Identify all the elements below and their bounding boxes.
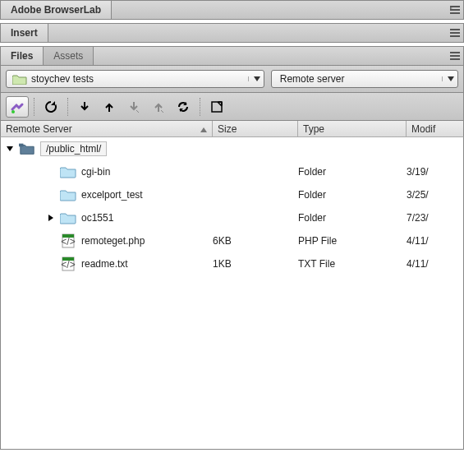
root-path: /public_html/: [40, 141, 107, 156]
file-name: cgi-bin: [81, 166, 110, 178]
files-label: Files: [11, 50, 33, 62]
sync-button[interactable]: [172, 96, 195, 118]
table-row[interactable]: </> remoteget.php 6KB PHP File 4/11/: [1, 229, 463, 252]
column-name-label: Remote Server: [6, 123, 72, 135]
table-row[interactable]: cgi-bin Folder 3/19/: [1, 160, 463, 183]
checkout-button[interactable]: [122, 96, 145, 118]
svg-text:</>: </>: [61, 236, 75, 247]
column-name[interactable]: Remote Server: [1, 121, 213, 136]
browserlab-label: Adobe BrowserLab: [11, 4, 101, 16]
file-size: 1KB: [213, 258, 298, 270]
file-modified: 4/11/: [407, 258, 463, 270]
file-name: excelport_test: [81, 189, 143, 201]
svg-point-0: [11, 110, 15, 113]
files-menu-icon[interactable]: [447, 52, 463, 60]
file-type: Folder: [298, 212, 407, 224]
toolbar-separator: [34, 98, 34, 116]
view-label: Remote server: [277, 73, 437, 85]
file-name: readme.txt: [81, 258, 128, 270]
assets-tab[interactable]: Assets: [44, 47, 94, 65]
column-size-label: Size: [218, 123, 237, 135]
collapse-icon[interactable]: [6, 146, 14, 152]
column-size[interactable]: Size: [213, 121, 298, 136]
root-row[interactable]: /public_html/: [1, 137, 463, 160]
file-tree: /public_html/ cgi-bin Folder 3/19/ excel…: [0, 137, 464, 450]
file-type: PHP File: [298, 235, 407, 247]
file-type: TXT File: [298, 258, 407, 270]
sort-asc-icon: [200, 123, 207, 135]
file-size: 6KB: [213, 235, 298, 247]
file-name: oc1551: [81, 212, 113, 224]
file-modified: 4/11/: [407, 235, 463, 247]
chevron-down-icon: [248, 76, 260, 81]
file-modified: 3/19/: [407, 166, 463, 178]
column-modified[interactable]: Modif: [407, 121, 463, 136]
column-modified-label: Modif: [411, 123, 435, 135]
insert-panel-bar: Insert: [0, 23, 464, 43]
file-name: remoteget.php: [81, 235, 145, 247]
site-folder-icon: [11, 72, 28, 86]
table-row[interactable]: </> readme.txt 1KB TXT File 4/11/: [1, 252, 463, 275]
toolbar-separator: [67, 98, 68, 116]
file-toolbar: [0, 93, 464, 121]
svg-text:</>: </>: [61, 259, 75, 270]
file-modified: 3/25/: [407, 189, 463, 201]
browserlab-menu-icon[interactable]: [447, 6, 463, 14]
insert-menu-icon[interactable]: [447, 29, 463, 37]
svg-rect-2: [19, 144, 23, 147]
insert-tab[interactable]: Insert: [1, 24, 48, 42]
connect-button[interactable]: [6, 96, 29, 118]
toolbar-separator: [200, 98, 200, 116]
browserlab-tab[interactable]: Adobe BrowserLab: [1, 1, 112, 19]
folder-icon: [60, 210, 76, 225]
site-dropdown[interactable]: stoychev tests: [6, 70, 264, 88]
folder-icon: [60, 187, 76, 202]
svg-rect-1: [212, 102, 222, 112]
site-name: stoychev tests: [28, 73, 243, 85]
file-type: Folder: [298, 166, 407, 178]
column-type[interactable]: Type: [298, 121, 407, 136]
chevron-down-icon: [442, 76, 454, 81]
get-button[interactable]: [73, 96, 96, 118]
table-row[interactable]: oc1551 Folder 7/23/: [1, 206, 463, 229]
put-button[interactable]: [98, 96, 121, 118]
server-folder-icon: [19, 141, 35, 156]
table-row[interactable]: excelport_test Folder 3/25/: [1, 183, 463, 206]
insert-label: Insert: [11, 27, 38, 39]
file-icon: </>: [60, 256, 76, 271]
refresh-button[interactable]: [39, 96, 62, 118]
files-panel-bar: Files Assets: [0, 46, 464, 66]
column-type-label: Type: [303, 123, 324, 135]
files-tab[interactable]: Files: [1, 47, 44, 65]
site-selector-row: stoychev tests Remote server: [0, 66, 464, 93]
browserlab-panel-bar: Adobe BrowserLab: [0, 0, 464, 20]
expand-button[interactable]: [205, 96, 228, 118]
folder-icon: [60, 164, 76, 179]
file-type: Folder: [298, 189, 407, 201]
file-modified: 7/23/: [407, 212, 463, 224]
view-dropdown[interactable]: Remote server: [271, 70, 458, 88]
assets-label: Assets: [53, 50, 83, 62]
column-headers: Remote Server Size Type Modif: [0, 121, 464, 137]
expand-icon[interactable]: [47, 215, 55, 221]
checkin-button[interactable]: [147, 96, 170, 118]
file-icon: </>: [60, 233, 76, 248]
